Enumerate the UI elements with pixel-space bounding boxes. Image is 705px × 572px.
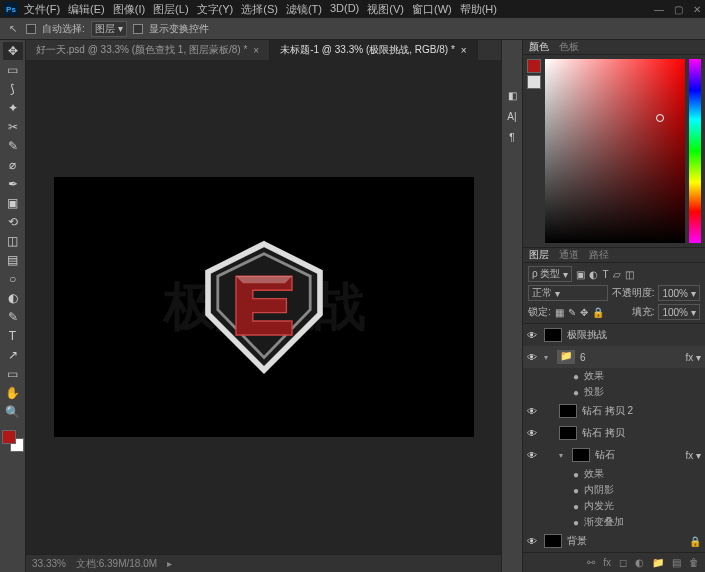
tool-shape[interactable]: ▭ — [3, 365, 23, 383]
color-swatches[interactable] — [2, 430, 24, 452]
minimize-icon[interactable]: — — [654, 4, 664, 15]
filter-type-icon[interactable]: T — [602, 269, 608, 280]
menu-file[interactable]: 文件(F) — [24, 2, 60, 17]
select-mode-dropdown[interactable]: 图层▾ — [91, 21, 127, 37]
menu-image[interactable]: 图像(I) — [113, 2, 145, 17]
menu-3d[interactable]: 3D(D) — [330, 2, 359, 17]
tool-gradient[interactable]: ▤ — [3, 251, 23, 269]
tool-path[interactable]: ↗ — [3, 346, 23, 364]
document-tab-1[interactable]: 好一天.psd @ 33.3% (颜色查找 1, 图层蒙板/8) *× — [26, 40, 270, 60]
panel-bg-swatch[interactable] — [527, 75, 541, 89]
color-field[interactable] — [545, 59, 685, 242]
show-transform-checkbox[interactable] — [133, 24, 143, 34]
tool-blur[interactable]: ○ — [3, 270, 23, 288]
filter-adj-icon[interactable]: ◐ — [589, 269, 598, 280]
menu-type[interactable]: 文字(Y) — [197, 2, 234, 17]
menu-view[interactable]: 视图(V) — [367, 2, 404, 17]
visibility-icon[interactable]: 👁 — [527, 536, 539, 547]
tool-move[interactable]: ✥ — [3, 42, 23, 60]
tool-hand[interactable]: ✋ — [3, 384, 23, 402]
menu-edit[interactable]: 编辑(E) — [68, 2, 105, 17]
close-icon[interactable]: ✕ — [693, 4, 701, 15]
visibility-icon[interactable]: 👁 — [527, 450, 539, 461]
char-icon[interactable]: A| — [507, 111, 516, 122]
new-group-icon[interactable]: 📁 — [652, 557, 664, 568]
layer-fx-icon[interactable]: fx — [603, 557, 611, 568]
layer-row[interactable]: 👁极限挑战 — [523, 324, 705, 346]
tool-lasso[interactable]: ⟆ — [3, 80, 23, 98]
fg-color-swatch[interactable] — [2, 430, 16, 444]
tool-heal[interactable]: ⌀ — [3, 156, 23, 174]
canvas[interactable]: 极限挑战 — [54, 177, 474, 437]
new-layer-icon[interactable]: ▤ — [672, 557, 681, 568]
auto-select-checkbox[interactable] — [26, 24, 36, 34]
filter-shape-icon[interactable]: ▱ — [613, 269, 621, 280]
para-icon[interactable]: ¶ — [509, 132, 514, 143]
tab-color[interactable]: 颜色 — [529, 40, 549, 54]
expand-icon[interactable]: ▾ — [544, 353, 552, 362]
canvas-area[interactable]: 极限挑战 — [26, 60, 501, 554]
layer-effect[interactable]: ● 投影 — [523, 384, 705, 400]
layer-effects[interactable]: ● 效果 — [523, 466, 705, 482]
tab-close-icon[interactable]: × — [461, 45, 467, 56]
tab-channels[interactable]: 通道 — [559, 248, 579, 262]
delete-layer-icon[interactable]: 🗑 — [689, 557, 699, 568]
visibility-icon[interactable]: 👁 — [527, 428, 539, 439]
tool-type[interactable]: T — [3, 327, 23, 345]
tool-wand[interactable]: ✦ — [3, 99, 23, 117]
layer-effect[interactable]: ● 内发光 — [523, 498, 705, 514]
tool-eyedrop[interactable]: ✎ — [3, 137, 23, 155]
tab-swatches[interactable]: 色板 — [559, 40, 579, 54]
layer-effect[interactable]: ● 渐变叠加 — [523, 514, 705, 530]
panel-fg-swatch[interactable] — [527, 59, 541, 73]
tool-marquee[interactable]: ▭ — [3, 61, 23, 79]
tool-zoom[interactable]: 🔍 — [3, 403, 23, 421]
hue-slider[interactable] — [689, 59, 701, 242]
layer-mask-icon[interactable]: ◻ — [619, 557, 627, 568]
expand-icon[interactable]: ▾ — [559, 451, 567, 460]
menu-filter[interactable]: 滤镜(T) — [286, 2, 322, 17]
layer-row[interactable]: 👁▾钻石fx ▾ — [523, 444, 705, 466]
layer-effects[interactable]: ● 效果 — [523, 368, 705, 384]
menu-help[interactable]: 帮助(H) — [460, 2, 497, 17]
filter-img-icon[interactable]: ▣ — [576, 269, 585, 280]
layer-group[interactable]: 👁▾📁6fx ▾ — [523, 346, 705, 368]
visibility-icon[interactable]: 👁 — [527, 406, 539, 417]
link-layers-icon[interactable]: ⚯ — [587, 557, 595, 568]
maximize-icon[interactable]: ▢ — [674, 4, 683, 15]
tool-history[interactable]: ⟲ — [3, 213, 23, 231]
document-tab-2[interactable]: 未标题-1 @ 33.3% (极限挑战, RGB/8) *× — [270, 40, 477, 60]
lock-move-icon[interactable]: ✥ — [580, 307, 588, 318]
menu-select[interactable]: 选择(S) — [241, 2, 278, 17]
tool-stamp[interactable]: ▣ — [3, 194, 23, 212]
tool-dodge[interactable]: ◐ — [3, 289, 23, 307]
history-icon[interactable]: ◧ — [508, 90, 517, 101]
visibility-icon[interactable]: 👁 — [527, 352, 539, 363]
tab-paths[interactable]: 路径 — [589, 248, 609, 262]
lock-trans-icon[interactable]: ▦ — [555, 307, 564, 318]
tool-eraser[interactable]: ◫ — [3, 232, 23, 250]
layer-row[interactable]: 👁背景🔒 — [523, 530, 705, 552]
tool-brush[interactable]: ✒ — [3, 175, 23, 193]
tool-crop[interactable]: ✂ — [3, 118, 23, 136]
menu-layer[interactable]: 图层(L) — [153, 2, 188, 17]
tool-pen[interactable]: ✎ — [3, 308, 23, 326]
layer-effect[interactable]: ● 内阴影 — [523, 482, 705, 498]
canvas-emblem — [194, 237, 334, 377]
tab-layers[interactable]: 图层 — [529, 248, 549, 262]
blend-mode-dropdown[interactable]: 正常▾ — [528, 285, 608, 301]
lock-paint-icon[interactable]: ✎ — [568, 307, 576, 318]
menu-window[interactable]: 窗口(W) — [412, 2, 452, 17]
visibility-icon[interactable]: 👁 — [527, 330, 539, 341]
zoom-level[interactable]: 33.33% — [32, 558, 66, 569]
fill-input[interactable]: 100%▾ — [658, 304, 700, 320]
layer-row[interactable]: 👁钻石 拷贝 — [523, 422, 705, 444]
layer-kind-filter[interactable]: ρ 类型▾ — [528, 266, 572, 282]
filter-smart-icon[interactable]: ◫ — [625, 269, 634, 280]
adj-layer-icon[interactable]: ◐ — [635, 557, 644, 568]
tab-close-icon[interactable]: × — [253, 45, 259, 56]
layer-row[interactable]: 👁钻石 拷贝 2 — [523, 400, 705, 422]
lock-all-icon[interactable]: 🔒 — [592, 307, 604, 318]
show-transform-label: 显示变换控件 — [149, 22, 209, 36]
opacity-input[interactable]: 100%▾ — [658, 285, 700, 301]
